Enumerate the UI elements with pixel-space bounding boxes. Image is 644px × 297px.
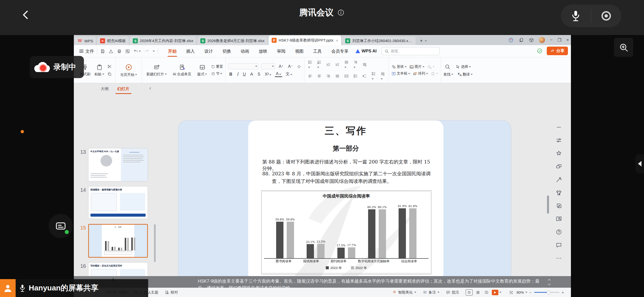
image-button[interactable]: 图片 bbox=[409, 64, 425, 69]
font-name-select[interactable] bbox=[228, 63, 259, 69]
arrange-button[interactable]: 排列 bbox=[413, 71, 428, 76]
numbered-list-button[interactable] bbox=[316, 60, 323, 69]
file-menu-button[interactable]: 文件 bbox=[79, 48, 94, 54]
normal-view-button[interactable] bbox=[466, 289, 473, 295]
notes-down-arrow-icon[interactable] bbox=[548, 283, 551, 286]
fit-window-button[interactable] bbox=[508, 290, 514, 295]
outline-button[interactable] bbox=[431, 71, 438, 76]
save-icon[interactable] bbox=[100, 49, 105, 54]
distribute-button[interactable] bbox=[343, 74, 350, 79]
translate-button[interactable]: 翻译 bbox=[457, 72, 473, 77]
export-icon[interactable] bbox=[109, 49, 113, 54]
layout-button[interactable]: 版式 bbox=[195, 63, 209, 78]
line-spacing-button[interactable] bbox=[370, 71, 377, 81]
decrease-font-button[interactable]: A⁻ bbox=[287, 64, 294, 69]
caption-float-button[interactable] bbox=[49, 214, 73, 238]
minimize-window-icon[interactable]: − bbox=[550, 38, 553, 43]
clear-format-button[interactable]: ◇ bbox=[296, 64, 301, 69]
sorter-view-button[interactable] bbox=[475, 290, 481, 295]
tab-outline[interactable]: 大纲 bbox=[100, 85, 109, 93]
menu-tab-视图[interactable]: 视图 bbox=[295, 47, 304, 56]
shapes-button[interactable]: 形状 bbox=[391, 64, 407, 69]
slideshow-dropdown[interactable] bbox=[499, 292, 501, 293]
window-stack-icon[interactable] bbox=[519, 38, 524, 43]
quickbar-more-icon[interactable] bbox=[153, 51, 155, 52]
doc-protected-icon[interactable] bbox=[537, 48, 543, 54]
tab-slides[interactable]: 幻灯片 bbox=[117, 85, 130, 93]
eco-leaf-icon[interactable] bbox=[556, 203, 562, 209]
help-icon[interactable] bbox=[556, 229, 562, 235]
paste-button[interactable]: 粘贴 bbox=[92, 63, 106, 78]
wps-ai-button[interactable]: WPS AI bbox=[356, 49, 377, 54]
spacing-decrease-button[interactable] bbox=[361, 74, 368, 79]
document-tab[interactable]: S刘芸琳工作小结260401-260430.xlsx bbox=[342, 37, 416, 45]
menu-tab-审阅[interactable]: 审阅 bbox=[276, 47, 286, 56]
justify-button[interactable] bbox=[334, 74, 341, 79]
align-left-button[interactable] bbox=[307, 74, 313, 79]
slide-thumbnail-15[interactable]: 三、写作 bbox=[88, 224, 148, 258]
menu-tab-会员专享[interactable]: 会员专享 bbox=[331, 47, 349, 56]
editor-scrollbar[interactable] bbox=[547, 195, 549, 214]
meeting-info-icon[interactable] bbox=[337, 9, 345, 16]
italic-button[interactable]: I bbox=[236, 72, 239, 77]
paragraph-settings-button[interactable] bbox=[379, 71, 386, 81]
underline-button[interactable]: U bbox=[242, 72, 247, 77]
menu-tab-开始[interactable]: 开始 bbox=[168, 47, 177, 56]
menu-tab-插入[interactable]: 插入 bbox=[186, 47, 195, 56]
new-slide-button[interactable]: 新建幻灯片 bbox=[144, 63, 169, 78]
find-button[interactable]: 查找 bbox=[443, 72, 453, 77]
restore-window-icon[interactable]: ❐ bbox=[558, 38, 561, 43]
menu-tab-动画[interactable]: 动画 bbox=[240, 47, 250, 56]
shadow-button[interactable]: S bbox=[256, 72, 261, 77]
collapse-line-icon[interactable] bbox=[556, 124, 562, 130]
slideshow-button[interactable] bbox=[492, 290, 498, 295]
panel-scrollbar[interactable] bbox=[154, 224, 156, 262]
reset-button[interactable]: 重置 bbox=[211, 64, 223, 69]
cut-button[interactable] bbox=[106, 64, 113, 69]
ribbon-search-box[interactable]: 画笔 bbox=[382, 47, 440, 55]
zoom-in-button-status[interactable]: + bbox=[562, 290, 564, 294]
align-right-button[interactable] bbox=[325, 74, 332, 79]
undo-icon[interactable] bbox=[134, 49, 141, 54]
columns-button[interactable] bbox=[361, 62, 368, 67]
user-avatar[interactable] bbox=[539, 37, 545, 43]
select-button[interactable]: 选择 bbox=[456, 64, 471, 69]
print-preview-icon[interactable] bbox=[125, 49, 130, 54]
increase-font-button[interactable]: A⁺ bbox=[278, 64, 284, 69]
app-center-icon[interactable] bbox=[508, 37, 514, 43]
microphone-icon[interactable] bbox=[570, 10, 581, 22]
slide-canvas[interactable]: 三、写作 第一部分 第 88 题：请对下列图表进行描述与分析，写一篇 200 字… bbox=[178, 120, 511, 297]
document-tab[interactable]: WWPS bbox=[74, 37, 96, 45]
magic-wand-icon[interactable] bbox=[556, 176, 562, 183]
ai-generate-page-button[interactable]: AI 生成单页 bbox=[171, 63, 193, 78]
feedback-bubble-icon[interactable] bbox=[556, 242, 562, 248]
phonetic-button[interactable]: 文 bbox=[285, 71, 293, 77]
more-dots-icon[interactable] bbox=[556, 255, 562, 261]
document-tab[interactable]: PHSK7-9级改革教师培训PPT.pptx× bbox=[269, 36, 341, 45]
search-button[interactable] bbox=[443, 63, 452, 70]
vertical-text-button[interactable] bbox=[352, 60, 359, 69]
theme-clothes-icon[interactable] bbox=[556, 189, 562, 196]
slide-thumbnail-13[interactable]: 中文水平考试 HSK（七—九级） bbox=[88, 148, 148, 181]
menu-tab-设计[interactable]: 设计 bbox=[204, 47, 213, 56]
smart-beautify-button[interactable]: 智能美化 bbox=[392, 290, 416, 295]
spacing-increase-button[interactable] bbox=[352, 74, 359, 79]
superscript-button[interactable]: X² bbox=[264, 72, 272, 77]
browser-icon[interactable] bbox=[529, 38, 534, 43]
reading-view-button[interactable] bbox=[483, 290, 490, 295]
side-panel-toggle[interactable] bbox=[635, 154, 644, 173]
menu-tab-切换[interactable]: 切换 bbox=[222, 47, 232, 56]
close-window-icon[interactable]: × bbox=[566, 38, 569, 43]
font-size-select[interactable] bbox=[261, 63, 275, 69]
text-direction-button[interactable] bbox=[343, 60, 350, 69]
tab-close-icon[interactable]: × bbox=[336, 38, 338, 43]
zoom-slider[interactable] bbox=[534, 292, 559, 293]
document-tab[interactable]: ❧稻壳AI模板 bbox=[97, 37, 129, 45]
resource-search-icon[interactable] bbox=[556, 216, 562, 222]
notes-up-arrow-icon[interactable] bbox=[548, 279, 551, 281]
document-tab[interactable]: S2026教务老师4月汇报-刘芸琳.xlsx bbox=[197, 37, 268, 45]
effects-star-icon[interactable] bbox=[556, 150, 562, 157]
panel-collapse-icon[interactable] bbox=[148, 86, 153, 91]
section-button[interactable]: 节 bbox=[211, 72, 223, 76]
fill-button[interactable] bbox=[427, 64, 435, 69]
